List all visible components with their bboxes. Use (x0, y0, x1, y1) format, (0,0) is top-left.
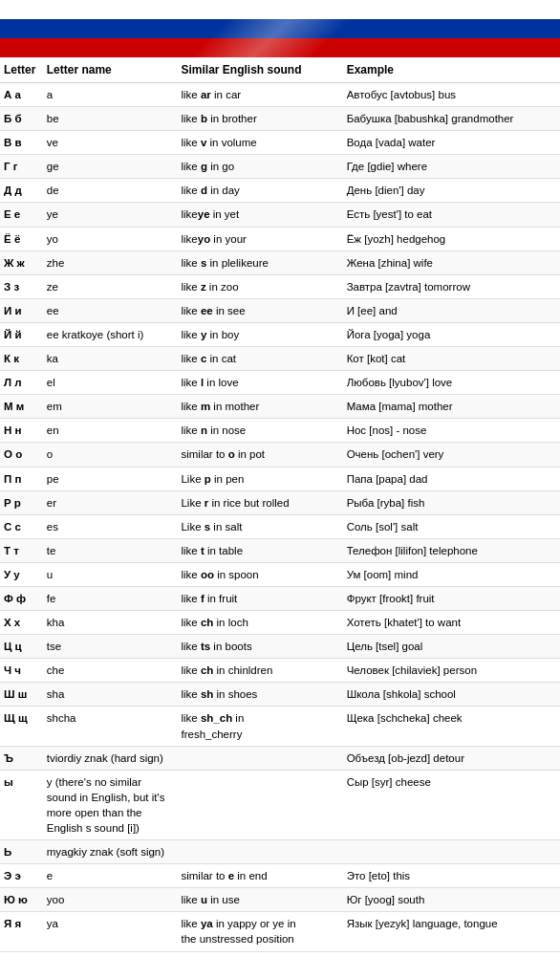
russian-alphabet-table: Letter Letter name Similar English sound… (0, 57, 560, 952)
cell-name: yoo (43, 888, 178, 912)
header-letter: Letter (0, 57, 43, 83)
table-row: Б бbelike b in brotherБабушка [babushka]… (0, 107, 560, 131)
cell-sound: like y in boy (177, 322, 342, 346)
cell-example: Юг [yoog] south (343, 888, 560, 912)
cell-name: zhe (43, 250, 178, 274)
cell-letter: Э э (0, 864, 43, 888)
table-row: Л лellike l in loveЛюбовь [lyubov'] love (0, 371, 560, 395)
table-row: Ц цtselike ts in bootsЦель [tsel] goal (0, 635, 560, 659)
cell-example: Телефон [lilifon] telephone (343, 538, 560, 562)
alphabet-table-container: Letter Letter name Similar English sound… (0, 57, 560, 952)
cell-letter: Х х (0, 611, 43, 635)
table-row: ыy (there's no similar sound in English,… (0, 770, 560, 839)
cell-letter: Е е (0, 203, 43, 227)
cell-sound (177, 746, 342, 770)
cell-name: en (43, 419, 178, 443)
cell-name: be (43, 107, 178, 131)
cell-letter: А а (0, 83, 43, 107)
table-header-row: Letter Letter name Similar English sound… (0, 57, 560, 83)
cell-name: sha (43, 683, 178, 707)
cell-letter: Ш ш (0, 683, 43, 707)
cell-letter: Н н (0, 419, 43, 443)
cell-sound: similar to o in pot (177, 443, 342, 467)
cell-letter: В в (0, 131, 43, 155)
cell-example: Цель [tsel] goal (343, 635, 560, 659)
cell-example: Объезд [ob-jezd] detour (343, 746, 560, 770)
cell-sound: like f in fruit (177, 586, 342, 610)
cell-example: Это [eto] this (343, 864, 560, 888)
flag-banner (0, 0, 560, 57)
cell-name: ge (43, 155, 178, 179)
cell-example: Жена [zhina] wife (343, 250, 560, 274)
cell-letter: О о (0, 443, 43, 467)
cell-letter: К к (0, 347, 43, 371)
cell-sound: like sh_ch infresh_cherry (177, 707, 342, 746)
cell-example: Язык [yezyk] language, tongue (343, 912, 560, 951)
cell-sound: like t in table (177, 538, 342, 562)
cell-sound: like n in nose (177, 419, 342, 443)
table-row: Н нenlike n in noseНос [nos] - nose (0, 419, 560, 443)
cell-example: Вода [vada] water (343, 131, 560, 155)
cell-name: ye (43, 203, 178, 227)
cell-letter: Ч ч (0, 659, 43, 683)
cell-sound: like b in brother (177, 107, 342, 131)
cell-example: Папа [papa] dad (343, 467, 560, 490)
cell-example: Мама [mama] mother (343, 395, 560, 419)
cell-letter: П п (0, 467, 43, 490)
table-row: Ё ёyolikeyo in yourЁж [yozh] hedgehog (0, 227, 560, 250)
table-row: Ф фfelike f in fruitФрукт [frookt] fruit (0, 586, 560, 610)
table-row: Ш шshalike sh in shoesШкола [shkola] sch… (0, 683, 560, 707)
cell-letter: Я я (0, 912, 43, 951)
cell-letter: Ь (0, 840, 43, 864)
cell-example: Ум [oom] mind (343, 562, 560, 586)
cell-example: Хотеть [khatet'] to want (343, 611, 560, 635)
cell-example (343, 840, 560, 864)
cell-sound: like ch in loch (177, 611, 342, 635)
cell-sound: like ts in boots (177, 635, 342, 659)
cell-sound: like c in cat (177, 347, 342, 371)
cell-example: Бабушка [babushka] grandmother (343, 107, 560, 131)
cell-example: Где [gdie] where (343, 155, 560, 179)
cell-name: em (43, 395, 178, 419)
cell-sound: likeye in yet (177, 203, 342, 227)
table-row: Я яyalike ya in yappy or ye inthe unstre… (0, 912, 560, 951)
table-row: Р рerLike r in rice but rolledРыба [ryba… (0, 490, 560, 514)
cell-example: День [dien'] day (343, 179, 560, 203)
table-row: Т тtelike t in tableТелефон [lilifon] te… (0, 538, 560, 562)
cell-example: Кот [kot] cat (343, 347, 560, 371)
cell-name: er (43, 490, 178, 514)
table-row: Ч чchelike ch in chinldrenЧеловек [chila… (0, 659, 560, 683)
cell-example: Фрукт [frookt] fruit (343, 586, 560, 610)
cell-sound: similar to e in end (177, 864, 342, 888)
cell-letter: С с (0, 514, 43, 538)
cell-name: el (43, 371, 178, 395)
cell-example: Соль [sol'] salt (343, 514, 560, 538)
cell-example: Нос [nos] - nose (343, 419, 560, 443)
cell-letter: И и (0, 298, 43, 322)
cell-example: Завтра [zavtra] tomorrow (343, 274, 560, 298)
table-row: У уulike oo in spoonУм [oom] mind (0, 562, 560, 586)
cell-sound: like oo in spoon (177, 562, 342, 586)
cell-example: Человек [chilaviek] person (343, 659, 560, 683)
cell-name: pe (43, 467, 178, 490)
cell-example: Есть [yest'] to eat (343, 203, 560, 227)
table-row: З зzelike z in zooЗавтра [zavtra] tomorr… (0, 274, 560, 298)
table-row: Г гgelike g in goГде [gdie] where (0, 155, 560, 179)
cell-sound: like sh in shoes (177, 683, 342, 707)
table-row: И иeelike ee in seeИ [ee] and (0, 298, 560, 322)
cell-name: che (43, 659, 178, 683)
cell-letter: Ж ж (0, 250, 43, 274)
cell-example: И [ee] and (343, 298, 560, 322)
cell-letter: Ю ю (0, 888, 43, 912)
cell-example: Ёж [yozh] hedgehog (343, 227, 560, 250)
cell-letter: Щ щ (0, 707, 43, 746)
cell-name: u (43, 562, 178, 586)
cell-name: te (43, 538, 178, 562)
table-row: Й йee kratkoye (short i)like y in boyЙог… (0, 322, 560, 346)
cell-letter: Й й (0, 322, 43, 346)
table-row: Ю юyoolike u in useЮг [yoog] south (0, 888, 560, 912)
cell-name: shcha (43, 707, 178, 746)
table-row: М мemlike m in motherМама [mama] mother (0, 395, 560, 419)
cell-name: e (43, 864, 178, 888)
cell-name: ee (43, 298, 178, 322)
